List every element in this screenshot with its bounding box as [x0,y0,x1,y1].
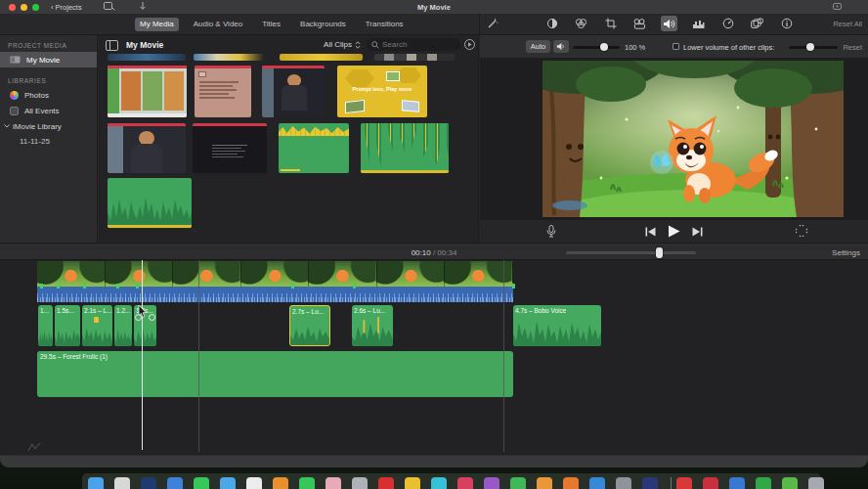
crop-icon[interactable] [602,16,619,31]
media-thumbnail[interactable] [108,178,192,228]
timeline-zoom-thumb[interactable] [656,247,663,258]
mute-button[interactable] [553,40,569,53]
dock-app-icon[interactable] [326,477,341,489]
clip-play-icon[interactable] [464,39,475,50]
tab-backgrounds[interactable]: Backgrounds [295,18,351,31]
audio-clip[interactable]: 4.7s – Bobo Voice [513,305,601,346]
dock-app-icon[interactable] [220,477,236,489]
all-events-icon [10,107,19,115]
dock-app-icon[interactable] [405,477,420,489]
video-clip-filmstrip[interactable] [37,261,513,287]
sidebar-item-event-date[interactable]: 11-11-25 [0,134,97,148]
dock-app-icon[interactable] [563,477,579,489]
dock-app-icon[interactable] [808,477,824,489]
dock-app-icon[interactable] [299,477,315,489]
dock-app-icon[interactable] [537,477,552,489]
media-thumbnail[interactable] [361,123,449,173]
dock-app-icon[interactable] [510,477,526,489]
search-field[interactable]: Search [367,38,460,51]
dock-app-icon[interactable] [88,477,104,489]
dock-app-icon[interactable] [729,477,745,489]
lower-volume-slider-thumb[interactable] [806,43,814,51]
play-button[interactable] [668,225,680,238]
playhead[interactable] [142,260,143,450]
dock-app-icon[interactable] [756,477,771,489]
audio-clip[interactable]: 1... [38,305,53,346]
audio-clip[interactable]: 1.2... [114,305,132,346]
media-thumbnail[interactable] [194,54,270,61]
noise-reduction-icon[interactable] [690,16,707,31]
dock-app-icon[interactable] [194,477,209,489]
media-thumbnail[interactable] [193,123,267,173]
media-thumbnail[interactable] [374,54,455,61]
background-music-clip[interactable]: 29.5s – Forest Frolic (1) [37,351,513,397]
disclosure-chevron-icon [4,124,10,128]
tab-audio-video[interactable]: Audio & Video [189,18,248,31]
sidebar-item-photos[interactable]: Photos [0,87,97,103]
dock-app-icon[interactable] [431,477,447,489]
sidebar-toggle-icon[interactable] [106,40,118,51]
sidebar-item-all-events[interactable]: All Events [0,103,97,118]
dock-app-icon[interactable] [676,477,692,489]
dock-app-icon[interactable] [114,477,130,489]
dock-app-icon[interactable] [378,477,394,489]
fullscreen-button[interactable] [796,225,807,237]
skip-back-button[interactable] [645,227,656,237]
tab-transitions[interactable]: Transitions [361,18,409,31]
tab-titles[interactable]: Titles [257,18,285,31]
dock-app-icon[interactable] [484,477,499,489]
media-thumbnail[interactable] [262,66,325,117]
voiceover-mic-button[interactable] [546,225,556,238]
effect-badge-icon[interactable] [149,314,155,321]
clip-filter-dropdown[interactable]: All Clips [324,40,361,49]
tab-my-media[interactable]: My Media [135,18,179,31]
lower-volume-slider[interactable] [789,46,838,49]
titlebar-extra-icon[interactable] [833,3,842,10]
dock-app-icon[interactable] [167,477,183,489]
media-thumbnail[interactable] [279,123,349,173]
clip-info-icon[interactable] [778,16,795,31]
audio-clip[interactable]: 2.1s – L... [82,305,112,346]
dock-app-icon[interactable] [642,477,658,489]
reset-volume-button[interactable]: Reset [843,43,862,52]
dock-app-icon[interactable] [616,477,631,489]
media-thumbnail[interactable] [108,66,187,117]
media-thumbnail[interactable]: Prompt less, Play more [337,66,427,117]
dock-app-icon[interactable] [782,477,798,489]
transport-controls [480,220,868,243]
audio-clip-selected[interactable]: 2.7s – Lu... [289,305,330,346]
media-thumbnail[interactable] [195,66,251,117]
color-balance-icon[interactable] [543,16,560,31]
volume-slider[interactable] [573,46,620,49]
dock-app-icon[interactable] [273,477,288,489]
sidebar-item-my-movie[interactable]: My Movie [0,52,97,67]
dock-app-icon[interactable] [246,477,262,489]
volume-icon[interactable] [661,16,677,31]
lower-volume-checkbox[interactable] [673,43,679,50]
clip-filter-icon[interactable] [749,16,765,31]
timeline-settings-button[interactable]: Settings [832,248,860,257]
dock-app-icon[interactable] [352,477,368,489]
dock-app-icon[interactable] [703,477,718,489]
audio-clip[interactable]: 1.5s... [55,305,80,346]
magic-wand-icon[interactable] [486,18,499,30]
media-thumbnail[interactable] [108,123,186,173]
color-correction-icon[interactable] [573,16,589,31]
dock-app-icon[interactable] [589,477,605,489]
reset-all-button[interactable]: Reset All [833,20,862,28]
stabilization-icon[interactable] [631,16,648,31]
audio-clip[interactable]: 2.6s – Lu... [352,305,393,346]
media-thumbnail[interactable] [280,54,363,61]
dock-app-icon[interactable] [141,477,156,489]
auto-volume-button[interactable]: Auto [526,40,550,53]
dock-app-icon[interactable] [457,477,473,489]
skip-forward-button[interactable] [692,227,703,237]
media-thumbnail[interactable] [108,54,186,61]
preview-video-frame[interactable] [542,61,844,217]
volume-slider-thumb[interactable] [600,43,608,51]
speed-icon[interactable] [719,16,736,31]
video-clip-audio-strip[interactable] [37,287,513,302]
sidebar-item-imovie-library[interactable]: iMovie Library [0,118,97,134]
lower-volume-label: Lower volume of other clips: [683,43,774,52]
timeline-zoom-slider[interactable] [566,251,696,254]
